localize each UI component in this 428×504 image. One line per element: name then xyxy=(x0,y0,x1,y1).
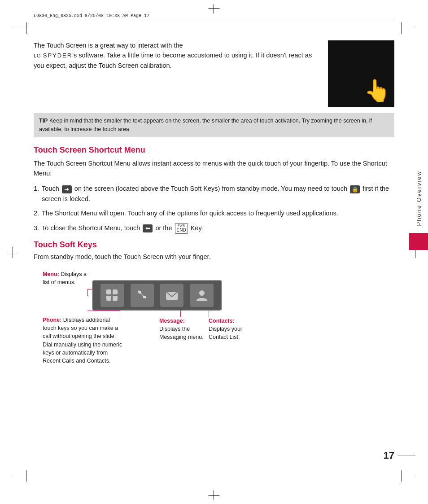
end-key-icon: PWREND xyxy=(175,223,188,234)
shortcut-menu-description: The Touch Screen Shortcut Menu allows in… xyxy=(34,158,394,179)
bottom-separator xyxy=(397,455,415,456)
soft-keys-heading: Touch Soft Keys xyxy=(34,240,394,250)
shortcut-menu-steps: 1. Touch ➜ on the screen (located above … xyxy=(34,184,394,234)
list-item: 1. Touch ➜ on the screen (located above … xyxy=(34,184,394,204)
svg-rect-0 xyxy=(106,289,111,294)
lock-icon: 🔒 xyxy=(350,185,360,193)
contacts-label-desc: Displays your Contact List. xyxy=(209,326,242,340)
main-content: The Touch Screen is a great way to inter… xyxy=(34,40,394,468)
brand-prefix: LG xyxy=(34,53,41,58)
phone-label: Phone: Displays additional touch keys so… xyxy=(43,316,123,365)
step-1-num: 1. xyxy=(34,184,39,204)
header-line: LG830_Eng_0825.qxd 8/25/08 10:38 AM Page… xyxy=(34,13,394,20)
conn-contacts-v xyxy=(209,311,209,317)
message-key-icon xyxy=(160,284,183,307)
message-label-desc: Displays the Messaging menu. xyxy=(159,326,204,340)
svg-rect-1 xyxy=(113,289,118,294)
phone-key-icon xyxy=(131,284,154,307)
menu-label-name: Menu: xyxy=(43,271,59,277)
phone-image: 👆 xyxy=(328,40,394,107)
list-item: 2. The Shortcut Menu will open. Touch an… xyxy=(34,208,394,218)
list-item: 3. To close the Shortcut Menu, touch ⬅ o… xyxy=(34,223,394,234)
soft-keys-section: Touch Soft Keys From standby mode, touch… xyxy=(34,240,394,365)
sidebar: Phone Overview xyxy=(409,171,428,269)
svg-rect-3 xyxy=(113,296,118,301)
menu-label: Menu: Displays a list of menus. xyxy=(43,270,87,286)
tip-text: Keep in mind that the smaller the text a… xyxy=(39,118,372,132)
shortcut-menu-heading: Touch Screen Shortcut Menu xyxy=(34,145,394,155)
tip-box: TIP Keep in mind that the smaller the te… xyxy=(34,113,394,137)
svg-point-5 xyxy=(199,290,205,296)
svg-rect-2 xyxy=(106,296,111,301)
contacts-label-name: Contacts: xyxy=(209,318,235,324)
phone-label-desc: Displays additional touch keys so you ca… xyxy=(43,317,122,364)
phone-hand-icon: 👆 xyxy=(364,78,391,103)
arrow-left-icon: ⬅ xyxy=(143,224,153,232)
keys-bar xyxy=(92,280,222,311)
contacts-key-icon xyxy=(190,284,214,307)
conn-phone-h xyxy=(87,311,120,311)
step-2-content: The Shortcut Menu will open. Touch any o… xyxy=(42,208,394,218)
intro-text: The Touch Screen is a great way to inter… xyxy=(34,40,319,107)
sidebar-red-bar xyxy=(409,233,428,250)
step-3-content: To close the Shortcut Menu, touch ⬅ or t… xyxy=(42,223,394,234)
menu-key-icon xyxy=(100,284,124,307)
sidebar-label: Phone Overview xyxy=(415,171,422,226)
step-3-num: 3. xyxy=(34,223,39,234)
contacts-label: Contacts: Displays your Contact List. xyxy=(209,317,262,341)
soft-keys-description: From standby mode, touch the Touch Scree… xyxy=(34,253,394,260)
step-2-num: 2. xyxy=(34,208,39,218)
phone-label-name: Phone: xyxy=(43,317,61,323)
message-label: Message: Displays the Messaging menu. xyxy=(159,317,209,341)
soft-keys-diagram: Menu: Displays a list of menus. xyxy=(43,267,280,365)
message-label-name: Message: xyxy=(159,318,185,324)
conn-menu-v xyxy=(87,289,88,296)
tip-label: TIP xyxy=(39,118,48,124)
conn-msg-v xyxy=(180,311,181,317)
step-1-content: Touch ➜ on the screen (located above the… xyxy=(42,184,394,204)
intro-section: The Touch Screen is a great way to inter… xyxy=(34,40,394,107)
brand-name: SPYDER xyxy=(43,52,72,59)
arrow-right-icon: ➜ xyxy=(62,185,72,193)
header-text: LG830_Eng_0825.qxd 8/25/08 10:38 AM Page… xyxy=(34,13,149,18)
